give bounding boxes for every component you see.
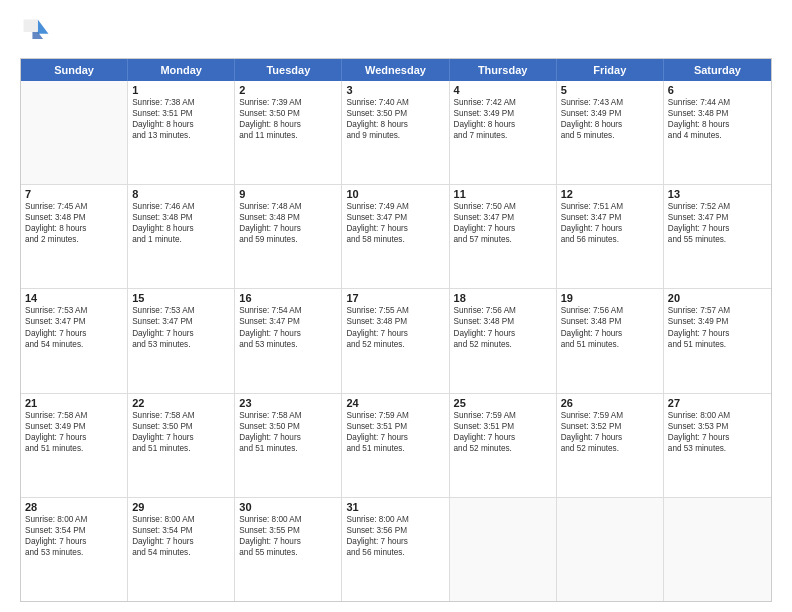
calendar-body: 1Sunrise: 7:38 AMSunset: 3:51 PMDaylight…	[21, 81, 771, 601]
cell-line: Daylight: 7 hours	[239, 432, 337, 443]
cell-line: Daylight: 8 hours	[668, 119, 767, 130]
cell-line: and 56 minutes.	[561, 234, 659, 245]
day-number: 22	[132, 397, 230, 409]
cell-line: and 53 minutes.	[25, 547, 123, 558]
cell-line: and 13 minutes.	[132, 130, 230, 141]
cell-line: Sunrise: 8:00 AM	[346, 514, 444, 525]
cell-line: and 58 minutes.	[346, 234, 444, 245]
calendar-cell	[557, 498, 664, 601]
cell-line: Sunrise: 7:49 AM	[346, 201, 444, 212]
cell-line: Sunset: 3:50 PM	[132, 421, 230, 432]
cell-line: Sunrise: 7:39 AM	[239, 97, 337, 108]
cell-line: Sunset: 3:50 PM	[346, 108, 444, 119]
cell-line: Daylight: 7 hours	[561, 328, 659, 339]
calendar-week: 1Sunrise: 7:38 AMSunset: 3:51 PMDaylight…	[21, 81, 771, 185]
calendar-cell: 21Sunrise: 7:58 AMSunset: 3:49 PMDayligh…	[21, 394, 128, 497]
calendar-cell: 10Sunrise: 7:49 AMSunset: 3:47 PMDayligh…	[342, 185, 449, 288]
cell-line: Daylight: 8 hours	[454, 119, 552, 130]
cell-line: and 7 minutes.	[454, 130, 552, 141]
cell-line: Sunrise: 8:00 AM	[668, 410, 767, 421]
cell-line: Sunrise: 7:56 AM	[454, 305, 552, 316]
cell-line: Sunrise: 8:00 AM	[132, 514, 230, 525]
cell-line: Daylight: 7 hours	[239, 328, 337, 339]
calendar-header: SundayMondayTuesdayWednesdayThursdayFrid…	[21, 59, 771, 81]
calendar-cell: 24Sunrise: 7:59 AMSunset: 3:51 PMDayligh…	[342, 394, 449, 497]
cell-line: Sunset: 3:48 PM	[668, 108, 767, 119]
day-number: 21	[25, 397, 123, 409]
cell-line: Sunset: 3:52 PM	[561, 421, 659, 432]
cell-line: Sunset: 3:47 PM	[132, 316, 230, 327]
cell-line: Daylight: 7 hours	[239, 223, 337, 234]
calendar-cell: 27Sunrise: 8:00 AMSunset: 3:53 PMDayligh…	[664, 394, 771, 497]
calendar-cell: 7Sunrise: 7:45 AMSunset: 3:48 PMDaylight…	[21, 185, 128, 288]
cell-line: and 55 minutes.	[668, 234, 767, 245]
calendar-cell: 20Sunrise: 7:57 AMSunset: 3:49 PMDayligh…	[664, 289, 771, 392]
day-number: 7	[25, 188, 123, 200]
cell-line: Sunrise: 7:46 AM	[132, 201, 230, 212]
cell-line: Sunrise: 7:59 AM	[561, 410, 659, 421]
day-number: 12	[561, 188, 659, 200]
cell-line: Sunset: 3:47 PM	[668, 212, 767, 223]
cell-line: Sunset: 3:53 PM	[668, 421, 767, 432]
cell-line: and 56 minutes.	[346, 547, 444, 558]
calendar-cell: 16Sunrise: 7:54 AMSunset: 3:47 PMDayligh…	[235, 289, 342, 392]
page: SundayMondayTuesdayWednesdayThursdayFrid…	[0, 0, 792, 612]
cell-line: Daylight: 7 hours	[346, 432, 444, 443]
cell-line: Sunrise: 7:45 AM	[25, 201, 123, 212]
cell-line: Sunset: 3:49 PM	[668, 316, 767, 327]
cell-line: Daylight: 8 hours	[132, 223, 230, 234]
day-number: 6	[668, 84, 767, 96]
cell-line: Daylight: 7 hours	[132, 536, 230, 547]
cell-line: Sunset: 3:47 PM	[239, 316, 337, 327]
cell-line: Sunset: 3:47 PM	[346, 212, 444, 223]
cell-line: Daylight: 7 hours	[668, 223, 767, 234]
weekday-header: Monday	[128, 59, 235, 81]
cell-line: Daylight: 8 hours	[346, 119, 444, 130]
cell-line: Sunset: 3:47 PM	[561, 212, 659, 223]
calendar-cell: 26Sunrise: 7:59 AMSunset: 3:52 PMDayligh…	[557, 394, 664, 497]
cell-line: Daylight: 7 hours	[239, 536, 337, 547]
cell-line: Daylight: 7 hours	[561, 432, 659, 443]
day-number: 23	[239, 397, 337, 409]
cell-line: Sunrise: 7:53 AM	[132, 305, 230, 316]
cell-line: Daylight: 7 hours	[25, 432, 123, 443]
weekday-header: Saturday	[664, 59, 771, 81]
day-number: 27	[668, 397, 767, 409]
cell-line: Daylight: 7 hours	[132, 432, 230, 443]
cell-line: and 57 minutes.	[454, 234, 552, 245]
cell-line: and 11 minutes.	[239, 130, 337, 141]
cell-line: Sunrise: 7:59 AM	[346, 410, 444, 421]
calendar-cell: 15Sunrise: 7:53 AMSunset: 3:47 PMDayligh…	[128, 289, 235, 392]
cell-line: Sunset: 3:48 PM	[346, 316, 444, 327]
day-number: 31	[346, 501, 444, 513]
cell-line: Sunrise: 7:44 AM	[668, 97, 767, 108]
cell-line: Sunset: 3:48 PM	[132, 212, 230, 223]
cell-line: Sunset: 3:54 PM	[25, 525, 123, 536]
cell-line: Daylight: 7 hours	[454, 223, 552, 234]
logo	[20, 16, 56, 48]
cell-line: Daylight: 8 hours	[132, 119, 230, 130]
cell-line: and 55 minutes.	[239, 547, 337, 558]
cell-line: Sunrise: 7:43 AM	[561, 97, 659, 108]
day-number: 2	[239, 84, 337, 96]
day-number: 17	[346, 292, 444, 304]
cell-line: and 2 minutes.	[25, 234, 123, 245]
cell-line: Sunset: 3:48 PM	[561, 316, 659, 327]
cell-line: Sunset: 3:50 PM	[239, 421, 337, 432]
calendar-cell: 31Sunrise: 8:00 AMSunset: 3:56 PMDayligh…	[342, 498, 449, 601]
cell-line: Sunset: 3:47 PM	[454, 212, 552, 223]
day-number: 8	[132, 188, 230, 200]
day-number: 1	[132, 84, 230, 96]
cell-line: Sunrise: 7:58 AM	[239, 410, 337, 421]
calendar-cell	[450, 498, 557, 601]
cell-line: Daylight: 8 hours	[25, 223, 123, 234]
calendar-week: 28Sunrise: 8:00 AMSunset: 3:54 PMDayligh…	[21, 498, 771, 601]
cell-line: Sunrise: 7:57 AM	[668, 305, 767, 316]
cell-line: Daylight: 7 hours	[668, 328, 767, 339]
calendar-cell: 25Sunrise: 7:59 AMSunset: 3:51 PMDayligh…	[450, 394, 557, 497]
cell-line: Daylight: 7 hours	[346, 536, 444, 547]
calendar-cell	[21, 81, 128, 184]
weekday-header: Friday	[557, 59, 664, 81]
cell-line: Daylight: 8 hours	[239, 119, 337, 130]
day-number: 18	[454, 292, 552, 304]
